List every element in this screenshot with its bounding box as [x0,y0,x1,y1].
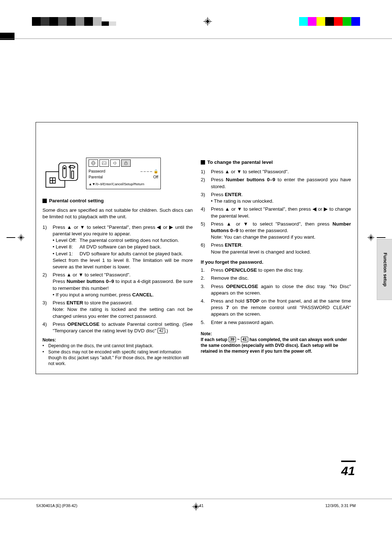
registration-bar-top [0,17,392,26]
step2b-text: Press Number buttons 0–9 to input a 4-di… [53,278,193,291]
heading-forget-password: If you forget the password. [201,259,351,266]
parental-steps-list: 1) Press ▲ or ▼ to select "Parental", th… [42,224,193,335]
intro-text: Some discs are specified as not suitable… [42,207,193,220]
osd-tab-audio-icon [110,159,120,167]
setup-illustration-icon [42,158,83,193]
osd-tab-globe-icon [89,159,98,167]
osd-tab-parental-icon [121,159,131,167]
step3b-text: Note: Now the rating is locked and the s… [53,306,193,319]
note1: •Depending on the discs, the unit cannot… [42,343,193,349]
osd-tab-picture-icon [99,159,109,167]
step4-text: Press OPEN/CLOSE to activate Parental co… [53,321,193,334]
square-bullet-icon [42,199,47,203]
reg-swatches-color [299,17,360,26]
osd-footer-hint: ▲▼/0–9/Enter/Cancel/Setup/Return [89,182,158,187]
final-note-body: If each setup 39 ~ 41 has completed, the… [201,337,351,355]
osd-row-password-value: – – – – [140,169,152,174]
step3a-text: Press ENTER to store the password. [53,300,193,306]
page-number: 41 [341,461,356,479]
final-note-heading: Note: [201,331,351,337]
crop-line-top [0,39,392,39]
crop-line-bottom [0,499,392,499]
footer-doc-id: 5X30401A [E] (P38-42) [36,503,77,509]
forget-password-steps: 1.Press OPEN/CLOSE to open the disc tray… [201,267,351,326]
page-frame: Password– – – –🔒 ParentalOff ▲▼/0–9/Ente… [36,122,358,374]
column-left: Password– – – –🔒 ParentalOff ▲▼/0–9/Ente… [42,158,193,366]
step1b-text: Select from the level 1 to level 8. The … [53,257,193,270]
svg-rect-25 [125,163,127,165]
notes-heading: Notes: [42,337,193,343]
svg-rect-16 [59,163,78,181]
osd-row-parental-value: Off [153,174,158,179]
heading-parental-control: Parental control setting [42,198,193,204]
section-tab: Function setup [377,239,392,300]
top-black-stripe [0,33,15,40]
registration-mark-bottom-icon [192,503,200,511]
square-bullet-icon [201,160,205,165]
column-right: To change the parental level 1)Press ▲ o… [201,158,351,366]
svg-point-18 [64,167,66,170]
section-tab-label: Function setup [382,252,388,286]
osd-row-parental-label: Parental [89,174,103,179]
step2c-text: • If you input a wrong number, press CAN… [53,292,193,298]
registration-mark-icon [203,17,212,26]
change-level-steps: 1)Press ▲ or ▼ to select "Password". 2)P… [201,169,351,255]
note2: •Some discs may not be encoded with spec… [42,349,193,367]
side-registration-left [7,234,25,241]
lock-icon: 🔒 [154,169,158,174]
step2a-text: Press ▲ or ▼ to select "Password". [53,272,193,278]
step1-text: Press ▲ or ▼ to select "Parental", then … [53,224,193,237]
heading-change-level: To change the parental level [201,159,351,166]
osd-row-password-label: Password [89,169,105,174]
osd-menu-box: Password– – – –🔒 ParentalOff ▲▼/0–9/Ente… [86,158,161,189]
footer-timestamp: 12/3/05, 3:31 PM [325,503,356,509]
reg-swatches-bw [32,17,116,26]
